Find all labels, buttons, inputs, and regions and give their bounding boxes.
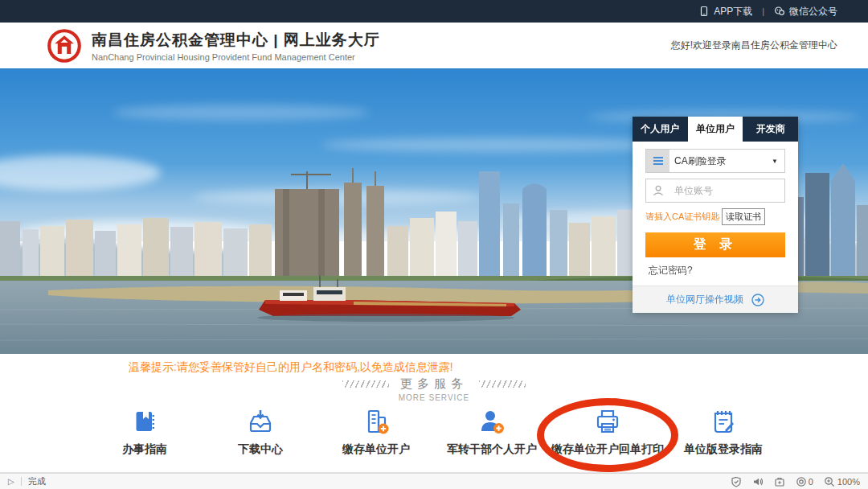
wechat-label: 微信公众号 bbox=[789, 5, 837, 18]
header-titles: 南昌住房公积金管理中心 | 网上业务大厅 NanChang Provincial… bbox=[92, 30, 671, 62]
phone-icon bbox=[698, 6, 710, 17]
tab-developer[interactable]: 开发商 bbox=[743, 117, 798, 142]
service-label: 单位版登录指南 bbox=[684, 442, 763, 457]
blocked-count: 0 bbox=[809, 477, 813, 487]
shield-check-icon[interactable] bbox=[731, 476, 742, 487]
login-tabs: 个人用户 单位用户 开发商 bbox=[633, 117, 798, 142]
user-icon bbox=[646, 179, 669, 202]
download-icon bbox=[246, 407, 275, 436]
person-plus-icon bbox=[477, 407, 506, 436]
welcome-text: 您好!欢迎登录南昌住房公积金管理中心 bbox=[671, 39, 837, 52]
login-type-value: CA刷脸登录 bbox=[669, 154, 772, 168]
app-download-label: APP下载 bbox=[714, 5, 752, 18]
account-field-row bbox=[645, 179, 785, 203]
service-item-unit-open[interactable]: 缴存单位开户 bbox=[318, 407, 434, 457]
login-panel: 个人用户 单位用户 开发商 CA刷脸登录 ▼ bbox=[633, 117, 798, 313]
housing-fund-logo-icon bbox=[47, 28, 82, 64]
wechat-icon bbox=[774, 6, 785, 17]
login-button[interactable]: 登 录 bbox=[645, 232, 785, 257]
list-icon bbox=[646, 150, 669, 172]
service-label: 办事指南 bbox=[122, 442, 167, 457]
speaker-icon[interactable] bbox=[752, 476, 764, 487]
book-icon bbox=[130, 407, 159, 436]
ca-hint-row: 请插入CA证书钥匙 读取证书 bbox=[645, 208, 785, 225]
service-label: 缴存单位开户回单打印 bbox=[551, 442, 664, 457]
toolbox-icon[interactable] bbox=[774, 476, 785, 487]
browser-statusbar: ▷ 完成 0 100% bbox=[0, 473, 868, 489]
more-service-subtitle: MORE SERVICE bbox=[0, 393, 868, 402]
service-label: 军转干部个人开户 bbox=[447, 442, 537, 457]
zoom-level: 100% bbox=[837, 477, 860, 487]
guide-icon bbox=[709, 407, 738, 436]
block-badge-icon bbox=[796, 476, 807, 487]
account-input[interactable] bbox=[669, 185, 784, 196]
tab-personal-user[interactable]: 个人用户 bbox=[633, 117, 688, 142]
service-label: 缴存单位开户 bbox=[342, 442, 410, 457]
status-right: 0 100% bbox=[731, 476, 860, 487]
site-title: 南昌住房公积金管理中心 | 网上业务大厅 bbox=[92, 30, 671, 51]
wechat-link[interactable]: 微信公众号 bbox=[774, 5, 837, 18]
page: APP下载 | 微信公众号 南昌住房公积金管理中心 | 网上业务大厅 NanCh… bbox=[0, 0, 868, 489]
ca-hint-text: 请插入CA证书钥匙 bbox=[645, 211, 719, 223]
play-icon: ▷ bbox=[8, 477, 22, 486]
slashes-decoration-left bbox=[342, 380, 389, 388]
slashes-decoration-right bbox=[479, 380, 526, 388]
login-footer: 单位网厅操作视频 bbox=[633, 286, 798, 313]
login-type-select[interactable]: CA刷脸登录 ▼ bbox=[645, 149, 785, 173]
more-service-header: 更多服务 MORE SERVICE bbox=[0, 376, 868, 402]
status-left: ▷ 完成 bbox=[8, 475, 46, 487]
app-download-link[interactable]: APP下载 bbox=[698, 5, 752, 18]
topbar-separator: | bbox=[762, 6, 764, 16]
service-item-guide[interactable]: 办事指南 bbox=[87, 407, 203, 457]
arrow-right-circle-icon[interactable] bbox=[751, 294, 764, 306]
service-item-download[interactable]: 下载中心 bbox=[203, 407, 318, 457]
security-notice: 温馨提示:请您妥善保管好自己的用户名和密码,以免造成信息泄露! bbox=[129, 360, 453, 375]
zoom-control[interactable]: 100% bbox=[824, 476, 860, 487]
hero-banner: 个人用户 单位用户 开发商 CA刷脸登录 ▼ bbox=[0, 68, 868, 354]
login-form: CA刷脸登录 ▼ 请插入CA证书钥匙 读取证书 登 录 忘记密码? bbox=[633, 142, 798, 286]
building-plus-icon bbox=[362, 407, 391, 436]
chevron-down-icon: ▼ bbox=[772, 158, 784, 165]
topbar: APP下载 | 微信公众号 bbox=[0, 0, 868, 23]
service-item-receipt-print[interactable]: 缴存单位开户回单打印 bbox=[550, 407, 665, 457]
service-item-login-guide[interactable]: 单位版登录指南 bbox=[665, 407, 781, 457]
services-row: 办事指南 下载中心 缴存单位开户 bbox=[0, 407, 868, 457]
tab-unit-user[interactable]: 单位用户 bbox=[688, 117, 743, 142]
zoom-icon bbox=[824, 476, 835, 487]
printer-icon bbox=[593, 407, 622, 436]
video-link[interactable]: 单位网厅操作视频 bbox=[666, 293, 743, 306]
status-text: 完成 bbox=[28, 475, 46, 487]
read-cert-button[interactable]: 读取证书 bbox=[722, 208, 765, 225]
service-label: 下载中心 bbox=[238, 442, 283, 457]
site-subtitle: NanChang Provincial Housing Provident Fu… bbox=[92, 52, 671, 62]
header: 南昌住房公积金管理中心 | 网上业务大厅 NanChang Provincial… bbox=[0, 23, 868, 68]
service-item-military-open[interactable]: 军转干部个人开户 bbox=[434, 407, 550, 457]
forgot-password-link[interactable]: 忘记密码? bbox=[645, 257, 785, 286]
blocked-counter[interactable]: 0 bbox=[796, 476, 813, 487]
more-service-title: 更多服务 bbox=[400, 376, 468, 392]
services-section: 温馨提示:请您妥善保管好自己的用户名和密码,以免造成信息泄露! 更多服务 MOR… bbox=[0, 354, 868, 473]
